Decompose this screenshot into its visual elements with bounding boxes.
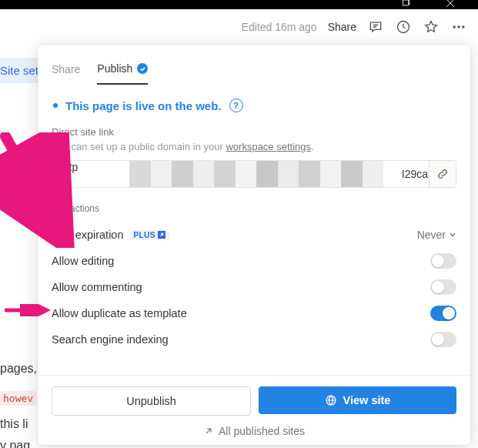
plus-text: PLUS	[134, 231, 155, 239]
live-status: This page is live on the web. ?	[52, 99, 456, 112]
help-text-prefix: You can set up a public domain in your	[52, 141, 226, 152]
panel-tabs: Share Publish	[38, 45, 470, 85]
bg-text: v pag	[0, 439, 30, 448]
row-label: Link expiration	[52, 229, 124, 241]
arrow-up-right-icon	[203, 426, 214, 436]
unpublish-button[interactable]: Unpublish	[52, 386, 251, 416]
globe-icon	[325, 394, 337, 406]
share-button[interactable]: Share	[328, 21, 356, 33]
url-prefix: http	[60, 161, 78, 173]
all-published-sites-link[interactable]: All published sites	[52, 425, 456, 437]
comments-icon[interactable]	[367, 18, 384, 35]
upgrade-arrow-icon	[158, 231, 165, 239]
svg-point-5	[463, 25, 465, 28]
site-settings-link[interactable]: Site set	[0, 58, 43, 83]
row-link-expiration[interactable]: Link expiration PLUS Never	[52, 222, 456, 248]
button-label: View site	[343, 394, 391, 406]
tab-label: Share	[52, 63, 80, 75]
copy-link-button[interactable]	[429, 161, 456, 187]
more-icon[interactable]	[450, 18, 467, 35]
page-topbar: Edited 16m ago Share	[0, 9, 478, 44]
share-panel: Share Publish This page is live on the w…	[38, 45, 470, 445]
url-tail: I29ca	[399, 161, 428, 187]
row-allow-commenting: Allow commenting	[52, 274, 456, 300]
row-label: Allow commenting	[52, 281, 142, 293]
direct-link-label: Direct site link	[52, 126, 456, 138]
tab-publish[interactable]: Publish	[97, 54, 148, 85]
site-url-row: http I29ca	[52, 160, 456, 188]
live-status-text: This page is live on the web.	[65, 99, 222, 112]
updates-icon[interactable]	[395, 18, 412, 35]
row-allow-duplicate: Allow duplicate as template	[52, 300, 456, 326]
toggle-allow-commenting[interactable]	[430, 279, 456, 295]
link-expiration-value[interactable]: Never	[417, 229, 456, 241]
panel-footer: Unpublish View site All published sites	[38, 375, 470, 445]
live-dot-icon	[53, 103, 58, 108]
window-restore-icon[interactable]	[403, 0, 410, 8]
window-close-icon[interactable]	[446, 0, 455, 9]
bg-text: pages,	[0, 362, 37, 376]
tab-label: Publish	[97, 62, 132, 75]
plus-badge: PLUS	[130, 230, 169, 240]
help-text: You can set up a public domain in your w…	[52, 141, 456, 152]
bg-code: howev	[0, 391, 36, 406]
row-label: Allow duplicate as template	[52, 307, 187, 319]
window-titlebar	[0, 0, 478, 9]
row-allow-editing: Allow editing	[52, 248, 456, 274]
site-actions-label: Site actions	[52, 203, 456, 214]
url-redacted	[129, 161, 383, 187]
workspace-settings-link[interactable]: workspace settings	[226, 141, 311, 152]
last-edited-text: Edited 16m ago	[242, 21, 317, 33]
button-label: Unpublish	[126, 395, 176, 407]
toggle-seo-indexing[interactable]	[430, 332, 456, 347]
row-label: Search engine indexing	[52, 333, 169, 346]
svg-point-3	[453, 25, 456, 28]
tab-share[interactable]: Share	[52, 55, 80, 84]
chevron-down-icon	[449, 231, 456, 239]
help-text-suffix: .	[311, 141, 314, 152]
help-icon[interactable]: ?	[229, 99, 243, 112]
row-seo-indexing: Search engine indexing	[52, 326, 456, 353]
view-site-button[interactable]: View site	[259, 386, 456, 414]
panel-body: This page is live on the web. ? Direct s…	[38, 85, 470, 375]
row-label: Allow editing	[52, 255, 114, 267]
link-label: All published sites	[219, 425, 305, 437]
svg-point-4	[458, 25, 460, 28]
published-check-icon	[137, 63, 148, 74]
toggle-allow-editing[interactable]	[430, 253, 456, 269]
favorite-icon[interactable]	[423, 18, 440, 35]
svg-rect-1	[403, 0, 409, 5]
value-text: Never	[417, 229, 446, 241]
bg-text: this li	[0, 417, 28, 431]
toggle-allow-duplicate[interactable]	[430, 306, 456, 321]
